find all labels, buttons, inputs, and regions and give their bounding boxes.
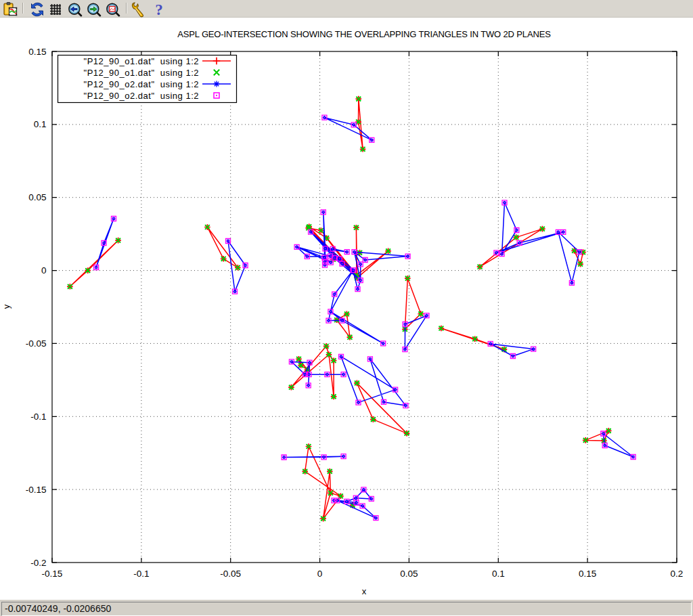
svg-text:-0.2: -0.2 (30, 558, 46, 568)
svg-text:"P12_90_o2.dat" using 1:2: "P12_90_o2.dat" using 1:2 (84, 91, 199, 101)
svg-text:x: x (362, 586, 367, 596)
svg-text:"P12_90_o2.dat" using 1:2: "P12_90_o2.dat" using 1:2 (84, 79, 199, 89)
svg-text:ASPL GEO-INTERSECTION SHOWING: ASPL GEO-INTERSECTION SHOWING THE OVERLA… (177, 29, 551, 39)
svg-text:"P12_90_o1.dat" using 1:2: "P12_90_o1.dat" using 1:2 (84, 68, 199, 78)
svg-text:-0.1: -0.1 (30, 412, 46, 422)
svg-text:-0.15: -0.15 (26, 485, 47, 495)
svg-text:-0.1: -0.1 (133, 569, 149, 579)
svg-text:"P12_90_o1.dat" using 1:2: "P12_90_o1.dat" using 1:2 (84, 56, 199, 66)
svg-text:0.05: 0.05 (28, 192, 46, 202)
svg-text:y: y (1, 304, 12, 309)
svg-text:?: ? (155, 1, 163, 18)
svg-text:-0.05: -0.05 (220, 569, 241, 579)
svg-text:-0.05: -0.05 (26, 338, 47, 349)
svg-text:0.1: 0.1 (492, 569, 505, 579)
svg-text:0.1: 0.1 (34, 119, 47, 129)
svg-text:0.15: 0.15 (579, 569, 596, 579)
svg-text:0.05: 0.05 (400, 569, 418, 579)
svg-text:0.15: 0.15 (28, 47, 46, 57)
svg-text:0.2: 0.2 (671, 569, 684, 579)
svg-text:0: 0 (317, 569, 323, 579)
svg-text:-0.15: -0.15 (42, 569, 63, 579)
svg-text:0: 0 (41, 265, 47, 276)
